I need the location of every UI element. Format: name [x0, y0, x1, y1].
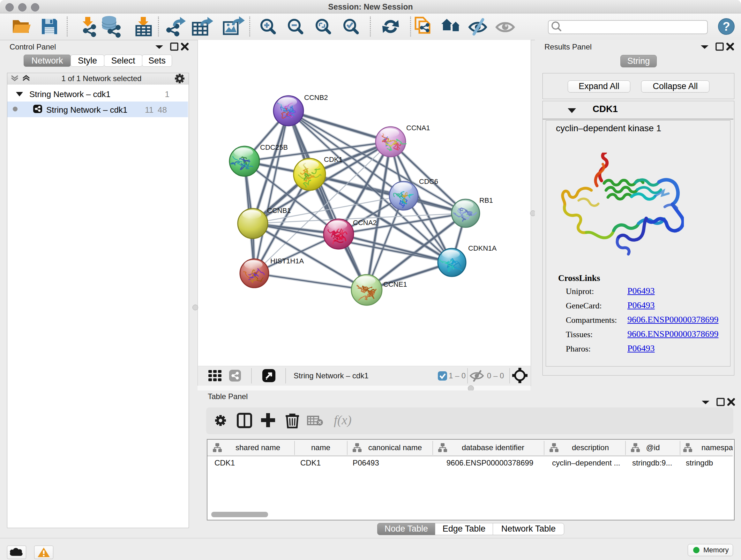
svg-text:CCNE1: CCNE1: [383, 280, 407, 288]
svg-text:CDC25B: CDC25B: [260, 143, 288, 151]
svg-text:RB1: RB1: [479, 196, 493, 204]
svg-text:CCNB2: CCNB2: [304, 94, 328, 102]
svg-text:namespace: namespace: [701, 443, 733, 452]
svg-text:P06493: P06493: [353, 458, 379, 467]
svg-text:shared name: shared name: [235, 443, 280, 452]
svg-text:description: description: [572, 443, 609, 452]
svg-text:CCNA1: CCNA1: [406, 124, 430, 132]
svg-text:cyclin–dependent ...: cyclin–dependent ...: [552, 458, 620, 467]
svg-text:CCNA2: CCNA2: [353, 219, 377, 227]
svg-text:CDK1: CDK1: [214, 458, 235, 467]
svg-text:1 of 1 Network selected: 1 of 1 Network selected: [62, 74, 142, 83]
svg-text:f(x): f(x): [334, 413, 352, 427]
svg-text:canonical name: canonical name: [368, 443, 422, 452]
svg-text:stringdb:9...: stringdb:9...: [632, 458, 672, 467]
svg-text:CDC6: CDC6: [419, 178, 438, 186]
svg-text:name: name: [311, 443, 330, 452]
svg-text:?: ?: [723, 20, 730, 33]
svg-text:0 – 0: 0 – 0: [487, 371, 504, 380]
svg-text:@id: @id: [646, 443, 660, 452]
svg-text:CDK1: CDK1: [300, 458, 321, 467]
svg-text:String Network – cdk1: String Network – cdk1: [293, 371, 368, 380]
svg-text:CDKN1A: CDKN1A: [468, 244, 497, 252]
svg-text:stringdb: stringdb: [686, 458, 713, 467]
svg-text:CDK1: CDK1: [324, 155, 343, 164]
svg-text:9606.ENSP00000378699: 9606.ENSP00000378699: [447, 458, 533, 467]
svg-text:CCNB1: CCNB1: [267, 206, 291, 214]
svg-text:database identifier: database identifier: [462, 443, 524, 452]
svg-text:1 – 0: 1 – 0: [449, 371, 466, 380]
svg-text:HIST1H1A: HIST1H1A: [270, 257, 304, 265]
